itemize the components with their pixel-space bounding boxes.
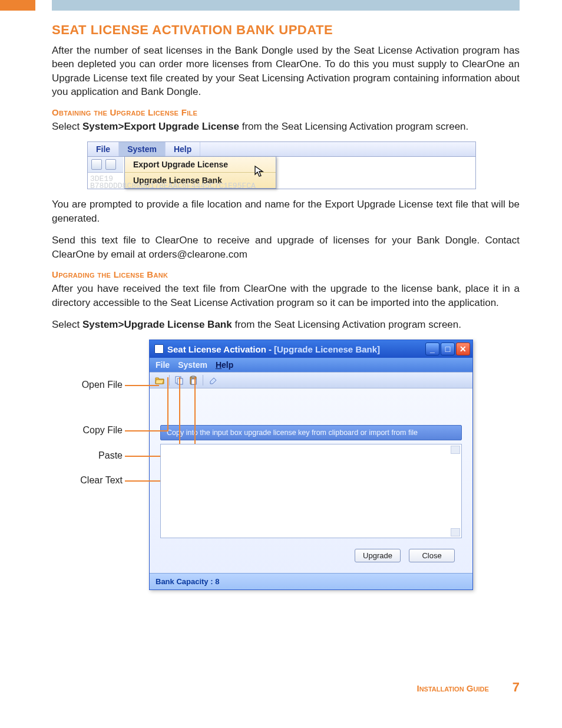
leader-line	[125, 385, 159, 386]
scroll-down-icon[interactable]	[451, 528, 460, 536]
folder-open-icon	[155, 376, 164, 384]
txt: Select	[52, 319, 82, 330]
minimize-icon: _	[430, 344, 435, 354]
win-menu-system[interactable]: System	[178, 360, 207, 370]
minimize-button[interactable]: _	[425, 342, 439, 355]
window-toolbar	[150, 372, 472, 388]
status-bar: Bank Capacity : 8	[150, 573, 472, 589]
screenshot-menu-dropdown: File System Help Export Upgrade License …	[87, 141, 476, 189]
menu-file[interactable]: File	[88, 142, 119, 156]
maximize-icon: □	[445, 344, 450, 354]
select-upgrade-paragraph: Select System>Upgrade License Bank from …	[52, 318, 520, 331]
upgrade-license-bank-window: Seat License Activation - [Upgrade Licen…	[149, 340, 473, 590]
footer-page-number: 7	[513, 680, 520, 695]
txt: from the Seat Licensing Activation progr…	[232, 319, 461, 330]
cursor-icon	[254, 165, 266, 178]
screenshot-upgrade-window-wrap: Open File Copy File Paste Clear Text Sea…	[52, 340, 520, 590]
eraser-icon	[208, 376, 217, 384]
instruction-bar: Copy into the input box upgrade license …	[160, 425, 462, 440]
menu-system[interactable]: System	[119, 142, 166, 156]
license-key-textarea[interactable]	[160, 444, 462, 538]
win-menu-help[interactable]: Help	[216, 360, 233, 370]
titlebar: Seat License Activation - [Upgrade Licen…	[150, 340, 472, 358]
callout-clear-text: Clear Text	[64, 475, 123, 486]
maximize-button[interactable]: □	[441, 342, 455, 355]
menu-path-text: System>Export Upgrade License	[82, 121, 239, 132]
window-title: Seat License Activation -	[167, 344, 272, 354]
page-footer: Installation Guide 7	[416, 680, 520, 695]
txt: from the Seat Licensing Activation progr…	[239, 121, 468, 132]
band-blue	[52, 0, 520, 11]
leader-line	[167, 377, 168, 431]
intro-paragraph: After the number of seat licenses in the…	[52, 44, 520, 99]
window-menubar: File System Help	[150, 358, 472, 372]
page-title: SEAT LICENSE ACTIVATION BANK UPDATE	[52, 22, 520, 38]
menubar: File System Help	[88, 142, 475, 157]
scroll-up-icon[interactable]	[451, 446, 460, 454]
menu-help[interactable]: Help	[166, 142, 200, 156]
hex-text: B78DDDD8C800D17BEAAC6F4445C7C1E95FCA	[90, 182, 256, 190]
band-orange	[0, 0, 35, 11]
close-icon: ✕	[459, 344, 467, 354]
header-bands	[0, 0, 562, 11]
close-button[interactable]: ✕	[456, 342, 470, 355]
window-subtitle: [Upgrade Licenese Bank]	[274, 344, 380, 354]
paste-button[interactable]	[187, 374, 200, 386]
toolbar-separator	[169, 375, 170, 386]
after-receive-paragraph: After you have received the text file fr…	[52, 282, 520, 309]
toolbar-icon[interactable]	[105, 159, 116, 170]
paste-icon	[189, 375, 198, 385]
app-icon	[154, 344, 164, 354]
clear-text-button[interactable]	[206, 374, 219, 386]
callout-copy-file: Copy File	[64, 425, 123, 436]
open-file-button[interactable]	[153, 374, 166, 386]
send-paragraph: Send this text file to ClearOne to recei…	[52, 233, 520, 261]
txt: Select	[52, 121, 82, 132]
menu-path-text: System>Upgrade License Bank	[82, 319, 232, 330]
toolbar-separator	[203, 375, 203, 386]
select-export-paragraph: Select System>Export Upgrade License fro…	[52, 120, 520, 133]
callout-paste: Paste	[64, 450, 123, 461]
close-dialog-button[interactable]: Close	[409, 549, 455, 562]
band-gap	[35, 0, 52, 11]
prompt-paragraph: You are prompted to provide a file locat…	[52, 197, 520, 225]
upgrade-button[interactable]: Upgrade	[355, 549, 401, 562]
menu-item-export-upgrade-license[interactable]: Export Upgrade License	[125, 157, 276, 173]
callout-open-file: Open File	[64, 380, 123, 390]
subheading-upgrading: Upgrading the License Bank	[52, 269, 520, 279]
footer-guide-label: Installation Guide	[416, 683, 488, 693]
leader-line	[125, 430, 168, 431]
toolbar-icon[interactable]	[91, 159, 102, 170]
win-menu-file[interactable]: File	[156, 360, 170, 370]
subheading-obtaining: Obtaining the Upgrade License File	[52, 107, 520, 117]
window-client-area: Copy into the input box upgrade license …	[150, 388, 472, 573]
